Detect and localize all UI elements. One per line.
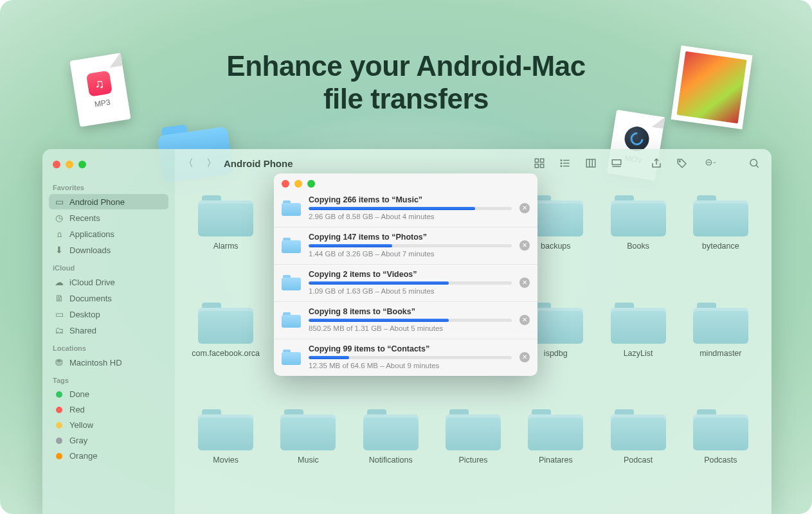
photo-thumbnail-icon (671, 46, 752, 129)
copy-progress-dialog: Copying 266 items to “Music”2.96 GB of 8… (274, 173, 537, 376)
share-icon: 🗂 (54, 325, 64, 335)
svg-rect-3 (541, 164, 544, 168)
sidebar-item[interactable]: Orange (49, 448, 168, 463)
gallery-view-button[interactable] (609, 157, 624, 169)
forward-button[interactable]: 〉 (204, 157, 219, 170)
promo-canvas: Enhance your Android-Macfile transfers ♫… (0, 0, 812, 514)
down-icon: ⬇ (54, 245, 64, 255)
copy-progress-row: Copying 99 items to “Contacts”12.35 MB o… (274, 339, 537, 376)
sidebar-item[interactable]: Red (49, 402, 168, 417)
icon-view-button[interactable] (532, 157, 546, 169)
folder-item[interactable]: com.facebook.orca (189, 301, 262, 391)
sidebar-item[interactable]: 🗂Shared (49, 323, 168, 338)
copy-title: Copying 99 items to “Contacts” (309, 344, 512, 353)
folder-icon (282, 200, 301, 216)
window-title: Android Phone (224, 158, 293, 169)
minimize-button[interactable] (66, 161, 73, 168)
sidebar-item-label: Android Phone (69, 197, 125, 207)
back-button[interactable]: 〈 (181, 157, 195, 170)
folder-item[interactable]: Alarms (189, 194, 262, 283)
close-button[interactable] (53, 161, 60, 168)
sidebar-item-label: Gray (69, 436, 87, 445)
list-view-button[interactable] (558, 157, 572, 169)
folder-label: ispdbg (544, 349, 568, 358)
sidebar-item-label: Recents (69, 213, 100, 223)
svg-point-18 (708, 163, 709, 163)
folder-label: Books (627, 242, 649, 251)
copy-progress-row: Copying 8 items to “Books”850.25 MB of 1… (274, 302, 537, 339)
sidebar-item-label: Orange (69, 451, 97, 461)
folder-item[interactable]: Podcasts (684, 408, 757, 497)
sidebar-item-label: Yellow (69, 420, 93, 430)
folder-item[interactable]: Podcast (601, 408, 674, 497)
sidebar-item-label: Red (69, 405, 85, 414)
sidebar-item-label: Macintosh HD (69, 358, 122, 368)
folder-item[interactable]: mindmaster (684, 301, 757, 391)
sidebar-item[interactable]: ▭Android Phone (49, 194, 168, 209)
folder-icon (282, 312, 301, 328)
cancel-copy-button[interactable]: ✕ (519, 240, 530, 251)
folder-icon (198, 194, 253, 236)
cancel-copy-button[interactable]: ✕ (519, 352, 530, 362)
svg-rect-13 (612, 160, 621, 165)
cancel-copy-button[interactable]: ✕ (519, 278, 530, 288)
dialog-close-button[interactable] (282, 180, 289, 188)
progress-bar (309, 244, 512, 247)
sidebar-item[interactable]: Yellow (49, 418, 168, 432)
folder-item[interactable]: Books (601, 194, 674, 283)
svg-point-15 (679, 161, 680, 162)
cancel-copy-button[interactable]: ✕ (519, 315, 530, 325)
dialog-minimize-button[interactable] (294, 180, 302, 188)
folder-icon (280, 408, 336, 450)
sidebar-item[interactable]: ⬇Downloads (49, 242, 168, 258)
copy-title: Copying 2 items to “Videos” (309, 270, 512, 279)
sidebar-item-label: Applications (69, 229, 114, 239)
folder-item[interactable]: LazyList (601, 301, 674, 391)
sidebar-item[interactable]: Done (49, 387, 168, 402)
tags-button[interactable] (675, 157, 689, 169)
progress-bar (309, 207, 512, 210)
folder-item[interactable]: Music (271, 408, 345, 497)
folder-label: Pinatares (539, 456, 573, 465)
sidebar-item[interactable]: ⛃Macintosh HD (49, 355, 168, 370)
sidebar-item[interactable]: Gray (49, 433, 168, 448)
cancel-copy-button[interactable]: ✕ (519, 203, 530, 213)
sidebar-item[interactable]: 🗎Documents (49, 290, 168, 306)
copy-subtitle: 1.44 GB of 3.26 GB – About 7 minutes (309, 250, 512, 258)
folder-label: Notifications (369, 456, 413, 465)
sidebar-item-label: Desktop (69, 310, 100, 319)
folder-item[interactable]: bytedance (684, 194, 757, 283)
column-view-button[interactable] (584, 157, 598, 169)
copy-title: Copying 266 items to “Music” (309, 195, 512, 204)
sidebar-item[interactable]: ◷Recents (49, 210, 168, 226)
sidebar-section-title: Tags (53, 377, 165, 384)
copy-progress-row: Copying 147 items to “Photos”1.44 GB of … (274, 227, 537, 265)
sidebar-item[interactable]: ▭Desktop (49, 306, 168, 322)
folder-item[interactable]: Pinatares (519, 408, 592, 497)
tag-dot-icon (56, 407, 62, 413)
svg-rect-0 (535, 159, 538, 162)
folder-icon (611, 408, 666, 450)
svg-rect-2 (535, 164, 538, 168)
folder-label: Podcasts (704, 456, 737, 465)
sidebar-item-label: iCloud Drive (69, 278, 115, 287)
folder-item[interactable]: Notifications (354, 408, 428, 497)
share-button[interactable] (649, 157, 663, 169)
dialog-zoom-button[interactable] (307, 180, 315, 188)
zoom-button[interactable] (78, 161, 86, 168)
sidebar-section-title: Favorites (53, 184, 165, 191)
doc-icon: 🗎 (54, 293, 64, 303)
folder-item[interactable]: Pictures (437, 408, 510, 497)
search-button[interactable] (747, 157, 761, 169)
folder-label: LazyList (624, 349, 653, 358)
sidebar-item[interactable]: ⩍Applications (49, 226, 168, 242)
action-menu-button[interactable] (701, 157, 721, 169)
progress-bar (309, 356, 512, 359)
folder-icon (282, 350, 301, 365)
sidebar-item[interactable]: ☁iCloud Drive (49, 274, 168, 290)
folder-item[interactable]: Movies (189, 408, 262, 497)
copy-progress-row: Copying 266 items to “Music”2.96 GB of 8… (274, 190, 537, 227)
folder-icon (282, 238, 301, 253)
folder-icon (198, 301, 253, 344)
svg-point-7 (561, 160, 562, 161)
